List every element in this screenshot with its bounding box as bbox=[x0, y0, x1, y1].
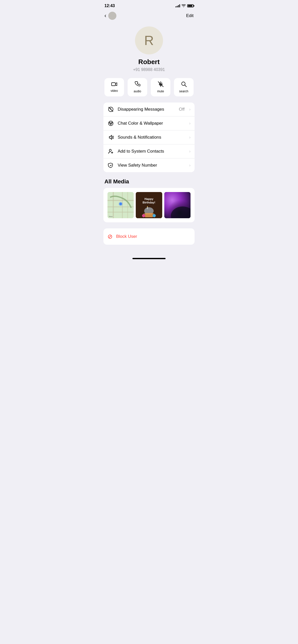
back-chevron-icon: ‹ bbox=[104, 13, 106, 19]
svg-point-9 bbox=[111, 122, 112, 123]
avatar-letter: R bbox=[144, 33, 154, 48]
safety-number-item[interactable]: View Safety Number › bbox=[103, 158, 195, 172]
mute-icon bbox=[158, 81, 164, 88]
svg-point-23 bbox=[118, 202, 123, 206]
media-grid: Maps Happy Birthday! bbox=[107, 192, 191, 218]
svg-rect-32 bbox=[144, 214, 154, 214]
sounds-icon bbox=[107, 134, 114, 141]
disappearing-messages-label: Disappearing Messages bbox=[118, 107, 175, 112]
svg-line-4 bbox=[185, 85, 186, 87]
disappearing-messages-value: Off bbox=[179, 107, 184, 112]
wifi-icon bbox=[182, 4, 186, 7]
svg-text:Birthday!: Birthday! bbox=[143, 201, 155, 204]
audio-call-button[interactable]: audio bbox=[128, 78, 147, 96]
add-contact-icon bbox=[107, 148, 114, 155]
status-time: 12:43 bbox=[104, 4, 115, 8]
block-icon: ⊘ bbox=[107, 233, 113, 240]
sounds-notifications-item[interactable]: Sounds & Notifications › bbox=[103, 130, 195, 144]
search-label: search bbox=[179, 90, 188, 93]
media-item-map[interactable]: Maps bbox=[107, 192, 134, 218]
audio-icon bbox=[135, 81, 140, 88]
chevron-right-icon: › bbox=[189, 135, 191, 140]
video-label: video bbox=[111, 89, 118, 93]
block-label: Block User bbox=[116, 234, 137, 239]
svg-text:Maps: Maps bbox=[109, 215, 113, 217]
chat-color-item[interactable]: Chat Color & Wallpaper › bbox=[103, 116, 195, 130]
audio-label: audio bbox=[134, 90, 141, 93]
svg-rect-17 bbox=[107, 207, 134, 207]
svg-rect-21 bbox=[127, 192, 128, 218]
svg-text:Happy: Happy bbox=[145, 197, 154, 200]
svg-point-10 bbox=[110, 124, 111, 125]
search-button[interactable]: search bbox=[174, 78, 194, 96]
chevron-right-icon: › bbox=[189, 163, 191, 168]
media-card: Maps Happy Birthday! bbox=[103, 188, 195, 222]
block-user-card[interactable]: ⊘ Block User bbox=[103, 228, 195, 245]
sounds-label: Sounds & Notifications bbox=[118, 135, 186, 140]
safety-number-icon bbox=[107, 162, 114, 169]
svg-point-34 bbox=[153, 214, 156, 217]
contact-name: Robert bbox=[138, 58, 160, 66]
chat-color-icon bbox=[107, 120, 114, 127]
status-bar: 12:43 bbox=[99, 0, 199, 10]
add-system-contacts-item[interactable]: Add to System Contacts › bbox=[103, 144, 195, 158]
contact-phone: +91 98988 40391 bbox=[133, 67, 165, 72]
add-contact-label: Add to System Contacts bbox=[118, 149, 186, 154]
disappearing-messages-icon bbox=[107, 106, 114, 113]
disappearing-messages-item[interactable]: Disappearing Messages Off › bbox=[103, 103, 195, 116]
nav-bar: ‹ Edit bbox=[99, 10, 199, 22]
avatar: R bbox=[135, 26, 163, 54]
all-media-title: All Media bbox=[99, 178, 199, 188]
svg-rect-16 bbox=[107, 200, 134, 201]
action-buttons: video audio mute search bbox=[99, 78, 199, 103]
settings-card: Disappearing Messages Off › Chat Color &… bbox=[103, 103, 195, 172]
chat-color-label: Chat Color & Wallpaper bbox=[118, 121, 186, 126]
chevron-right-icon: › bbox=[189, 121, 191, 126]
signal-icon bbox=[175, 4, 180, 7]
svg-rect-0 bbox=[112, 83, 115, 86]
mute-label: mute bbox=[157, 90, 164, 93]
chevron-right-icon: › bbox=[189, 107, 191, 112]
profile-section: R Robert +91 98988 40391 bbox=[99, 22, 199, 78]
edit-button[interactable]: Edit bbox=[186, 13, 194, 18]
svg-point-8 bbox=[109, 122, 110, 123]
svg-point-7 bbox=[109, 121, 113, 126]
mute-button[interactable]: mute bbox=[151, 78, 170, 96]
status-icons bbox=[175, 4, 194, 7]
svg-marker-11 bbox=[109, 135, 112, 139]
media-item-purple[interactable] bbox=[164, 192, 191, 218]
svg-point-12 bbox=[109, 149, 111, 151]
back-button[interactable]: ‹ bbox=[104, 12, 116, 20]
search-icon bbox=[181, 81, 187, 88]
svg-rect-18 bbox=[107, 212, 134, 212]
chevron-right-icon: › bbox=[189, 149, 191, 154]
home-indicator bbox=[132, 258, 166, 259]
svg-rect-29 bbox=[147, 207, 148, 209]
media-item-birthday[interactable]: Happy Birthday! bbox=[136, 192, 162, 218]
svg-point-33 bbox=[142, 214, 145, 217]
safety-number-label: View Safety Number bbox=[118, 163, 186, 168]
video-call-button[interactable]: video bbox=[104, 78, 124, 96]
video-icon bbox=[111, 82, 117, 87]
battery-icon bbox=[187, 4, 194, 7]
nav-dot bbox=[108, 12, 116, 20]
